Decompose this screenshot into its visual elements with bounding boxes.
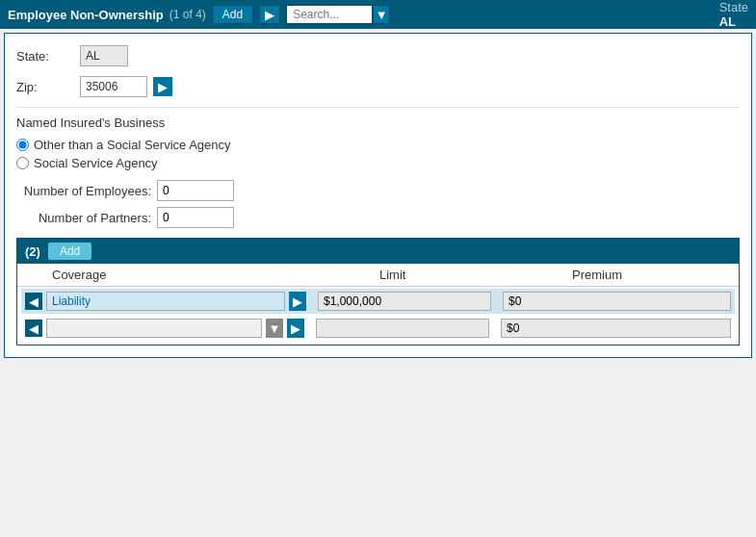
radio-item-2: Social Service Agency <box>16 156 740 170</box>
employees-label: Number of Employees: <box>16 184 151 198</box>
coverage-input-1[interactable] <box>46 292 285 311</box>
chevron-down-icon: ▼ <box>376 8 388 22</box>
coverage-nav-button-1[interactable]: ▶ <box>289 292 306 311</box>
table-column-headers: Coverage Limit Premium <box>17 264 739 287</box>
table-row: ◀ ▼ ▶ <box>21 316 735 341</box>
state-value: AL <box>719 14 736 29</box>
radio-other-label: Other than a Social Service Agency <box>34 138 231 152</box>
state-label: State: <box>16 49 74 64</box>
employees-row: Number of Employees: <box>16 180 740 201</box>
partners-row: Number of Partners: <box>16 207 740 228</box>
add-button[interactable]: Add <box>212 5 253 24</box>
record-count: (1 of 4) <box>169 8 206 21</box>
business-type-radio-group: Other than a Social Service Agency Socia… <box>16 138 740 170</box>
table-count: (2) <box>25 244 40 259</box>
zip-row: Zip: ▶ <box>16 76 740 97</box>
toolbar: Employee Non-Ownership (1 of 4) Add ▶ ▼ … <box>0 0 756 29</box>
divider-1 <box>16 107 740 108</box>
table-rows: ◀ ▶ ◀ ▼ ▶ <box>17 287 739 345</box>
play-button[interactable]: ▶ <box>259 5 280 24</box>
table-row: ◀ ▶ <box>21 289 735 314</box>
left-arrow-icon-1: ◀ <box>29 294 39 309</box>
state-input[interactable] <box>80 45 128 66</box>
arrow-right-icon-2: ▶ <box>291 321 300 336</box>
left-arrow-icon-2: ◀ <box>29 321 39 336</box>
zip-input[interactable] <box>80 76 147 97</box>
arrow-right-icon: ▶ <box>158 80 168 94</box>
col-header-limit: Limit <box>379 268 572 282</box>
search-container: ▼ <box>286 5 709 24</box>
section-title: Named Insured's Business <box>16 115 740 130</box>
play-icon: ▶ <box>265 8 274 22</box>
state-indicator: State AL <box>719 0 748 29</box>
state-label: State <box>719 0 748 14</box>
limit-input-1[interactable] <box>318 292 491 311</box>
number-fields: Number of Employees: Number of Partners: <box>16 180 740 228</box>
coverage-input-2[interactable] <box>46 319 262 338</box>
col-header-premium: Premium <box>572 268 731 282</box>
chevron-down-icon-2: ▼ <box>269 321 281 336</box>
table-add-button[interactable]: Add <box>48 243 91 260</box>
state-row: State: <box>16 45 740 66</box>
zip-navigate-button[interactable]: ▶ <box>153 77 172 96</box>
partners-label: Number of Partners: <box>16 211 151 225</box>
premium-input-2[interactable] <box>501 319 731 338</box>
main-content: State: Zip: ▶ Named Insured's Business O… <box>4 33 752 358</box>
limit-input-2[interactable] <box>316 319 489 338</box>
zip-label: Zip: <box>16 80 74 94</box>
coverage-table-section: (2) Add Coverage Limit Premium ◀ ▶ <box>16 238 740 345</box>
search-dropdown-button[interactable]: ▼ <box>373 5 390 24</box>
coverage-nav-button-2[interactable]: ▶ <box>287 319 304 338</box>
row-left-button-2[interactable]: ◀ <box>25 320 42 337</box>
col-header-coverage: Coverage <box>52 268 360 282</box>
arrow-right-icon-1: ▶ <box>293 294 302 309</box>
row-left-button-1[interactable]: ◀ <box>25 293 42 310</box>
radio-social-label: Social Service Agency <box>34 156 158 170</box>
radio-social[interactable] <box>16 157 29 169</box>
radio-item-1: Other than a Social Service Agency <box>16 138 740 152</box>
page-title: Employee Non-Ownership <box>8 8 164 22</box>
table-header-bar: (2) Add <box>17 239 739 264</box>
named-insured-section: Named Insured's Business Other than a So… <box>16 115 740 170</box>
search-input[interactable] <box>286 5 373 24</box>
employees-input[interactable] <box>157 180 234 201</box>
partners-input[interactable] <box>157 207 234 228</box>
radio-other[interactable] <box>16 139 29 151</box>
coverage-dropdown-button-2[interactable]: ▼ <box>266 319 283 338</box>
premium-input-1[interactable] <box>503 292 731 311</box>
